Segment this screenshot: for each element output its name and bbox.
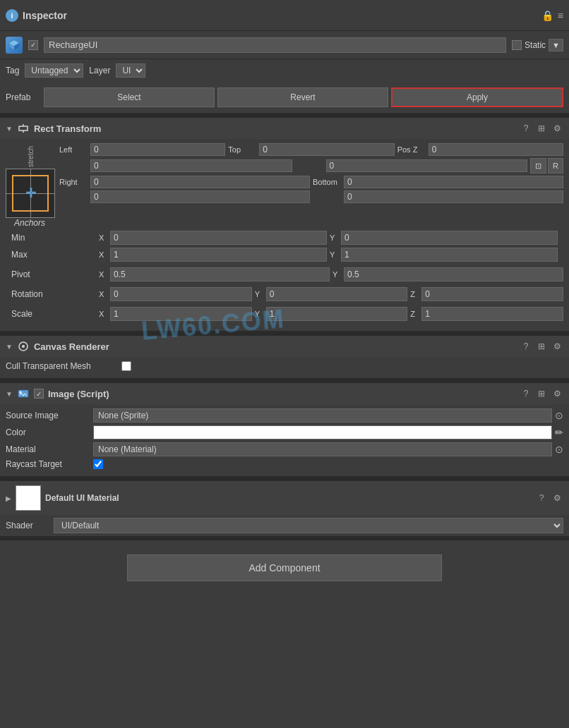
- rt-top-val-group: [295, 159, 528, 172]
- rt-bottom-val-group: [313, 190, 563, 203]
- rt-r-btn[interactable]: R: [548, 158, 563, 174]
- rt-right-input[interactable]: [90, 176, 310, 188]
- prefab-revert-button[interactable]: Revert: [217, 87, 388, 107]
- image-script-help-icon[interactable]: ?: [520, 387, 532, 400]
- static-checkbox[interactable]: [512, 40, 522, 50]
- image-script-title: Image (Script): [48, 389, 515, 399]
- material-input[interactable]: [93, 442, 552, 456]
- rt-top-input[interactable]: [259, 143, 394, 156]
- image-script-body: Source Image ⊙ Color ✏ Material ⊙ Raycas…: [0, 404, 569, 476]
- pivot-y-input[interactable]: [344, 267, 563, 281]
- gameobj-checkbox[interactable]: [28, 40, 38, 50]
- rt-rect-btn[interactable]: ⊡: [530, 158, 546, 174]
- source-image-picker-icon[interactable]: ⊙: [555, 410, 563, 421]
- material-picker-icon[interactable]: ⊙: [555, 444, 563, 455]
- rect-transform-help-icon[interactable]: ?: [520, 122, 532, 135]
- layer-select[interactable]: UI: [116, 63, 145, 78]
- add-component-section: Add Component: [0, 540, 569, 595]
- scale-row: Scale X Y Z: [6, 307, 563, 324]
- prefab-select-button[interactable]: Select: [44, 87, 215, 107]
- canvas-renderer-title: Canvas Renderer: [34, 341, 515, 352]
- lock-icon[interactable]: 🔒: [541, 10, 553, 21]
- rotation-x-input[interactable]: [110, 287, 252, 301]
- pivot-x-group: X: [99, 267, 330, 281]
- anchors-max-x-label: X: [99, 250, 109, 259]
- anchors-min-y-input[interactable]: [341, 231, 558, 245]
- svg-point-7: [22, 345, 25, 348]
- image-script-enabled-checkbox[interactable]: [34, 389, 44, 399]
- rotation-x-group: X: [99, 287, 252, 301]
- menu-icon[interactable]: ≡: [558, 10, 563, 21]
- color-edit-icon[interactable]: ✏: [555, 427, 563, 438]
- rt-left-col: stretch ✛: [6, 143, 55, 218]
- canvas-renderer-header[interactable]: ▼ Canvas Renderer ? ⊞ ⚙: [0, 336, 569, 357]
- anchors-min-x-input[interactable]: [110, 231, 327, 245]
- collapse-arrow-rect: ▼: [6, 125, 13, 133]
- pivot-row: Pivot X Y: [6, 267, 563, 284]
- default-mat-help-icon[interactable]: ?: [535, 492, 548, 504]
- source-image-input[interactable]: [93, 408, 552, 423]
- default-mat-header[interactable]: ▶ Default UI Material ? ⚙: [0, 481, 569, 515]
- canvas-renderer-body: Cull Transparent Mesh: [0, 357, 569, 378]
- stretch-label: stretch: [27, 146, 35, 167]
- pivot-y-group: Y: [333, 267, 563, 281]
- anchors-max-label: Max: [11, 250, 96, 260]
- image-script-settings-icon[interactable]: ⊞: [535, 387, 548, 400]
- rt-bottom-input[interactable]: [344, 176, 563, 188]
- rt-stretch-row: stretch ✛ Left: [6, 143, 563, 218]
- rect-transform-menu-icon[interactable]: ⚙: [551, 122, 563, 135]
- inspector-header: i Inspector 🔒 ≡: [0, 0, 569, 31]
- image-script-header[interactable]: ▼ Image (Script) ? ⊞ ⚙: [0, 383, 569, 404]
- add-component-button[interactable]: Add Component: [127, 554, 442, 581]
- rt-fields: Left Top Pos Z: [59, 143, 563, 205]
- color-swatch[interactable]: [93, 425, 552, 439]
- cull-mesh-label: Cull Transparent Mesh: [6, 361, 119, 371]
- rt-right-val-group: [59, 190, 310, 203]
- scale-y-input[interactable]: [266, 307, 408, 321]
- scale-label: Scale: [11, 309, 96, 319]
- prefab-apply-button[interactable]: Apply: [391, 87, 563, 107]
- scale-xyz: X Y Z: [99, 307, 563, 321]
- canvas-renderer-menu-icon[interactable]: ⚙: [551, 340, 563, 353]
- anchor-crosshair: ✛: [25, 186, 36, 201]
- rotation-y-input[interactable]: [266, 287, 408, 301]
- rt-top-val-input[interactable]: [326, 159, 528, 172]
- scale-x-input[interactable]: [110, 307, 252, 321]
- default-mat-menu-icon[interactable]: ⚙: [551, 492, 563, 504]
- rt-posz-input[interactable]: [429, 143, 563, 156]
- anchors-max-y-input[interactable]: [341, 248, 558, 262]
- shader-row: Shader UI/Default: [0, 515, 569, 536]
- rt-left-val-input[interactable]: [90, 159, 292, 172]
- cull-mesh-row: Cull Transparent Mesh: [6, 361, 563, 371]
- shader-select[interactable]: UI/Default: [54, 518, 563, 533]
- image-script-menu-icon[interactable]: ⚙: [551, 387, 563, 400]
- rect-transform-body: stretch ✛ Left: [0, 139, 569, 331]
- raycast-target-checkbox[interactable]: [93, 459, 103, 469]
- scale-z-input[interactable]: [421, 307, 563, 321]
- rotation-z-label: Z: [410, 290, 420, 298]
- scale-x-group: X: [99, 307, 252, 321]
- rt-bottom-val-input[interactable]: [344, 190, 563, 203]
- anchors-max-xy: X Y: [99, 248, 558, 262]
- cube-svg: [8, 39, 20, 51]
- cull-mesh-checkbox[interactable]: [121, 361, 131, 371]
- material-row: Material ⊙: [6, 442, 563, 456]
- rect-transform-header[interactable]: ▼ Rect Transform ? ⊞ ⚙: [0, 118, 569, 139]
- rotation-z-input[interactable]: [421, 287, 563, 301]
- tag-layer-row: Tag Untagged Layer UI: [0, 59, 569, 82]
- rt-right-label: Right: [59, 178, 88, 186]
- static-dropdown[interactable]: ▼: [549, 39, 563, 51]
- canvas-renderer-help-icon[interactable]: ?: [520, 340, 532, 353]
- svg-point-9: [19, 392, 21, 394]
- canvas-renderer-settings-icon[interactable]: ⊞: [535, 340, 548, 353]
- source-image-label: Source Image: [6, 411, 90, 420]
- tag-select[interactable]: Untagged: [25, 63, 83, 78]
- rt-right-val-input[interactable]: [90, 190, 310, 203]
- anchors-max-x-input[interactable]: [110, 248, 327, 262]
- pivot-x-input[interactable]: [110, 267, 330, 281]
- svg-rect-3: [19, 126, 28, 131]
- anchors-section: Anchors Min X Y Max: [6, 218, 563, 267]
- gameobj-name-input[interactable]: [44, 37, 506, 53]
- rt-left-input[interactable]: [90, 143, 225, 156]
- rect-transform-settings-icon[interactable]: ⊞: [535, 122, 548, 135]
